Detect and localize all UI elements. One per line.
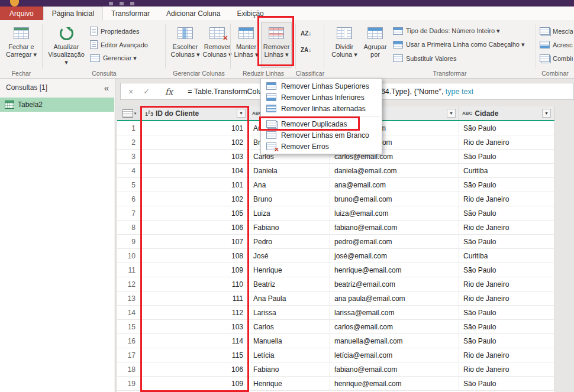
menu-item-remover-linhas-superiores[interactable]: Remover Linhas Superiores: [261, 80, 382, 92]
cell-cidade[interactable]: Rio de Janeiro: [459, 291, 554, 305]
row-number[interactable]: 10: [117, 249, 142, 263]
cell-nome[interactable]: Carlos: [249, 320, 330, 333]
menu-item-remover-duplicadas[interactable]: Remover Duplicadas: [261, 118, 382, 129]
cell-nome[interactable]: Larissa: [249, 306, 330, 319]
row-number[interactable]: 16: [117, 334, 142, 348]
agrupar-por-button[interactable]: Agrupar por: [361, 22, 389, 68]
cell-nome[interactable]: Henrique: [249, 263, 330, 277]
dividir-coluna-button[interactable]: Dividir Coluna ▾: [329, 22, 360, 68]
cell-cidade[interactable]: Rio de Janeiro: [459, 135, 554, 149]
menu-item-remover-erros[interactable]: Remover Erros: [261, 141, 382, 152]
cell-nome[interactable]: Daniela: [249, 164, 330, 177]
cell-email[interactable]: fabiano@email.com: [330, 221, 459, 234]
cell-nome[interactable]: Pedro: [249, 235, 330, 248]
sort-ascending-button[interactable]: AZ↓: [301, 27, 311, 40]
cell-cidade[interactable]: São Paulo: [459, 121, 554, 135]
row-number[interactable]: 15: [117, 320, 142, 333]
cell-email[interactable]: bruno@email.com: [330, 192, 459, 206]
row-number[interactable]: 4: [117, 164, 142, 177]
cell-cidade[interactable]: São Paulo: [459, 206, 554, 220]
cell-nome[interactable]: Ana Paula: [249, 291, 330, 305]
cell-cidade[interactable]: São Paulo: [459, 263, 554, 277]
row-number[interactable]: 3: [117, 150, 142, 163]
row-number[interactable]: 17: [117, 348, 142, 362]
cell-email[interactable]: henrique@email.com: [330, 377, 459, 390]
quick-access-icon[interactable]: [109, 2, 113, 5]
tab-arquivo[interactable]: Arquivo: [0, 7, 43, 20]
cancel-icon[interactable]: ×: [128, 87, 133, 96]
cell-email[interactable]: luiza@email.com: [330, 206, 459, 220]
manter-linhas-button[interactable]: Manter Linhas ▾: [232, 22, 260, 68]
combinar-arquivos-button[interactable]: Combinar Arquivos: [540, 52, 573, 64]
cell-id-do-cliente[interactable]: 101: [142, 178, 249, 192]
cell-cidade[interactable]: Rio de Janeiro: [459, 192, 554, 206]
cell-email[interactable]: carlos@email.com: [330, 320, 459, 333]
cell-email[interactable]: pedro@email.com: [330, 235, 459, 248]
cell-nome[interactable]: Letícia: [249, 348, 330, 362]
cell-id-do-cliente[interactable]: 106: [142, 221, 249, 234]
cell-cidade[interactable]: Rio de Janeiro: [459, 362, 554, 376]
cell-cidade[interactable]: São Paulo: [459, 235, 554, 248]
cell-cidade[interactable]: São Paulo: [459, 377, 554, 390]
tab-exibi-o[interactable]: Exibição: [228, 7, 272, 20]
cell-cidade[interactable]: São Paulo: [459, 334, 554, 348]
editor-avancado-button[interactable]: Editor Avançado: [90, 38, 148, 51]
row-number[interactable]: 6: [117, 192, 142, 206]
cell-id-do-cliente[interactable]: 101: [142, 121, 249, 135]
cell-email[interactable]: beatriz@email.com: [330, 277, 459, 291]
cell-nome[interactable]: Fabiano: [249, 221, 330, 234]
cell-nome[interactable]: Henrique: [249, 377, 330, 390]
collapse-pane-icon[interactable]: «: [104, 83, 109, 93]
commit-icon[interactable]: ✓: [143, 87, 150, 96]
cell-cidade[interactable]: São Paulo: [459, 306, 554, 319]
cell-id-do-cliente[interactable]: 104: [142, 164, 249, 177]
cell-email[interactable]: larissa@email.com: [330, 306, 459, 319]
cell-id-do-cliente[interactable]: 115: [142, 348, 249, 362]
select-all-corner[interactable]: ▾: [117, 106, 142, 120]
cell-nome[interactable]: José: [249, 249, 330, 263]
cell-cidade[interactable]: Rio de Janeiro: [459, 221, 554, 234]
acrescentar-consultas-button[interactable]: Acrescentar Consultas: [540, 38, 573, 51]
cell-nome[interactable]: Luiza: [249, 206, 330, 220]
cell-nome[interactable]: Fabiano: [249, 362, 330, 376]
cell-id-do-cliente[interactable]: 102: [142, 135, 249, 149]
cell-id-do-cliente[interactable]: 102: [142, 192, 249, 206]
cell-email[interactable]: daniela@email.com: [330, 164, 459, 177]
cell-nome[interactable]: Bruno: [249, 192, 330, 206]
row-number[interactable]: 5: [117, 178, 142, 192]
sort-descending-button[interactable]: ZA↓: [301, 44, 311, 56]
column-header-cidade[interactable]: ABCCidade▼: [459, 106, 554, 120]
cell-nome[interactable]: Ana: [249, 178, 330, 192]
column-filter-button[interactable]: ▼: [447, 109, 456, 118]
row-number[interactable]: 9: [117, 235, 142, 248]
propriedades-button[interactable]: Propriedades: [90, 25, 139, 37]
menu-item-remover-linhas-em-branco[interactable]: Remover Linhas em Branco: [261, 129, 382, 141]
cell-id-do-cliente[interactable]: 103: [142, 320, 249, 333]
quick-access-icon[interactable]: [130, 2, 134, 5]
cell-id-do-cliente[interactable]: 110: [142, 277, 249, 291]
cell-id-do-cliente[interactable]: 114: [142, 334, 249, 348]
menu-item-remover-linhas-alternadas[interactable]: Remover linhas alternadas: [261, 103, 382, 114]
column-filter-button[interactable]: ▼: [237, 109, 246, 118]
cell-email[interactable]: ana@email.com: [330, 178, 459, 192]
mesclar-consultas-button[interactable]: Mesclar Consultas: [540, 25, 573, 37]
cell-nome[interactable]: Manuella: [249, 334, 330, 348]
menu-item-remover-linhas-inferiores[interactable]: Remover Linhas Inferiores: [261, 92, 382, 103]
cell-id-do-cliente[interactable]: 109: [142, 377, 249, 390]
tipo-de-dados-button[interactable]: Tipo de Dados: Número Inteiro ▾: [393, 25, 500, 37]
remover-linhas-button[interactable]: Remover Linhas ▾: [261, 22, 292, 68]
row-number[interactable]: 11: [117, 263, 142, 277]
cell-id-do-cliente[interactable]: 109: [142, 263, 249, 277]
cell-email[interactable]: letícia@email.com: [330, 348, 459, 362]
cell-cidade[interactable]: Curitiba: [459, 249, 554, 263]
cell-email[interactable]: manuella@email.com: [330, 334, 459, 348]
row-number[interactable]: 13: [117, 291, 142, 305]
gerenciar-button[interactable]: Gerenciar ▾: [90, 52, 137, 64]
query-item-tabela2[interactable]: Tabela2: [0, 98, 114, 112]
cell-email[interactable]: henrique@email.com: [330, 263, 459, 277]
row-number[interactable]: 14: [117, 306, 142, 319]
cell-id-do-cliente[interactable]: 107: [142, 235, 249, 248]
cell-id-do-cliente[interactable]: 105: [142, 206, 249, 220]
atualizar-visualizacao-button[interactable]: Atualizar Visualização ▾: [45, 22, 88, 68]
cell-id-do-cliente[interactable]: 111: [142, 291, 249, 305]
